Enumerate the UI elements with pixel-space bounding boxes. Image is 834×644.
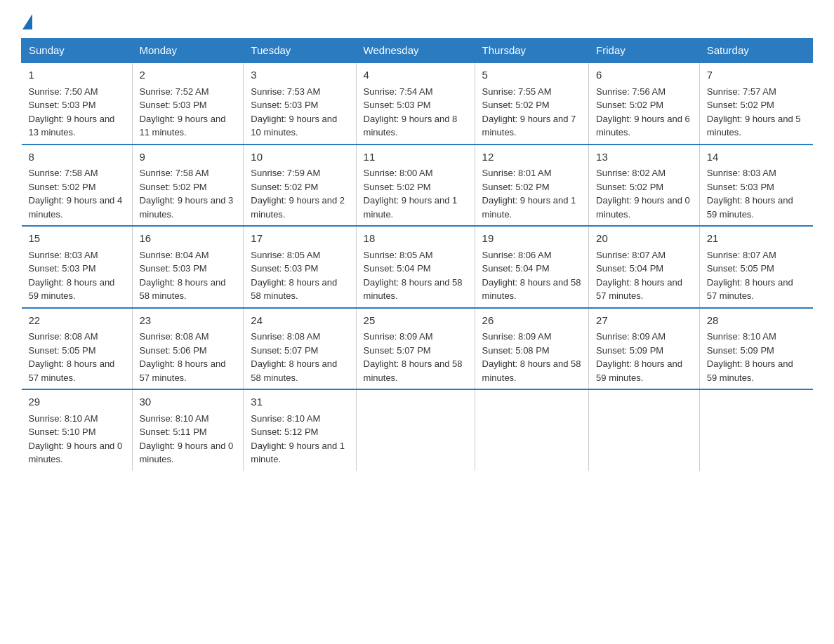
day-number: 21 bbox=[707, 231, 806, 247]
day-cell: 21Sunrise: 8:07 AMSunset: 5:05 PMDayligh… bbox=[699, 226, 812, 308]
day-number: 8 bbox=[29, 149, 125, 166]
week-row-5: 29Sunrise: 8:10 AMSunset: 5:10 PMDayligh… bbox=[22, 389, 813, 471]
week-row-4: 22Sunrise: 8:08 AMSunset: 5:05 PMDayligh… bbox=[22, 308, 813, 390]
day-number: 30 bbox=[140, 394, 237, 410]
day-cell: 13Sunrise: 8:02 AMSunset: 5:02 PMDayligh… bbox=[589, 145, 700, 227]
day-number: 16 bbox=[140, 231, 237, 247]
day-cell: 8Sunrise: 7:58 AMSunset: 5:02 PMDaylight… bbox=[22, 145, 133, 227]
day-number: 22 bbox=[29, 313, 125, 329]
day-cell: 12Sunrise: 8:01 AMSunset: 5:02 PMDayligh… bbox=[475, 145, 588, 227]
day-cell: 25Sunrise: 8:09 AMSunset: 5:07 PMDayligh… bbox=[356, 308, 475, 390]
day-number: 3 bbox=[251, 67, 348, 83]
day-cell: 1Sunrise: 7:50 AMSunset: 5:03 PMDaylight… bbox=[22, 62, 133, 145]
week-row-1: 1Sunrise: 7:50 AMSunset: 5:03 PMDaylight… bbox=[22, 62, 813, 145]
day-cell: 20Sunrise: 8:07 AMSunset: 5:04 PMDayligh… bbox=[589, 226, 700, 308]
day-cell: 14Sunrise: 8:03 AMSunset: 5:03 PMDayligh… bbox=[699, 145, 812, 227]
day-cell: 22Sunrise: 8:08 AMSunset: 5:05 PMDayligh… bbox=[22, 308, 133, 390]
logo bbox=[21, 14, 32, 31]
day-number: 14 bbox=[707, 149, 806, 166]
header-cell-friday: Friday bbox=[589, 39, 700, 63]
day-cell: 29Sunrise: 8:10 AMSunset: 5:10 PMDayligh… bbox=[22, 389, 133, 471]
day-cell bbox=[475, 389, 588, 471]
day-cell: 26Sunrise: 8:09 AMSunset: 5:08 PMDayligh… bbox=[475, 308, 588, 390]
header-cell-thursday: Thursday bbox=[475, 39, 588, 63]
day-number: 10 bbox=[251, 149, 348, 166]
day-number: 28 bbox=[707, 313, 806, 329]
page-header bbox=[21, 14, 813, 31]
day-number: 17 bbox=[251, 231, 348, 247]
day-number: 15 bbox=[29, 231, 125, 247]
calendar-table: SundayMondayTuesdayWednesdayThursdayFrid… bbox=[21, 38, 813, 471]
day-cell: 31Sunrise: 8:10 AMSunset: 5:12 PMDayligh… bbox=[244, 389, 356, 471]
day-number: 1 bbox=[29, 67, 125, 83]
day-number: 26 bbox=[482, 313, 581, 329]
day-cell: 24Sunrise: 8:08 AMSunset: 5:07 PMDayligh… bbox=[244, 308, 356, 390]
day-number: 4 bbox=[364, 67, 468, 83]
day-number: 27 bbox=[596, 313, 692, 329]
day-cell: 3Sunrise: 7:53 AMSunset: 5:03 PMDaylight… bbox=[244, 62, 356, 145]
day-cell: 23Sunrise: 8:08 AMSunset: 5:06 PMDayligh… bbox=[132, 308, 244, 390]
day-cell: 18Sunrise: 8:05 AMSunset: 5:04 PMDayligh… bbox=[356, 226, 475, 308]
header-cell-wednesday: Wednesday bbox=[356, 39, 475, 63]
day-number: 24 bbox=[251, 313, 348, 329]
day-cell: 28Sunrise: 8:10 AMSunset: 5:09 PMDayligh… bbox=[699, 308, 812, 390]
day-cell: 7Sunrise: 7:57 AMSunset: 5:02 PMDaylight… bbox=[699, 62, 812, 145]
calendar-header: SundayMondayTuesdayWednesdayThursdayFrid… bbox=[22, 39, 813, 63]
day-number: 31 bbox=[251, 394, 348, 410]
day-cell: 19Sunrise: 8:06 AMSunset: 5:04 PMDayligh… bbox=[475, 226, 588, 308]
day-number: 12 bbox=[482, 149, 581, 166]
header-row: SundayMondayTuesdayWednesdayThursdayFrid… bbox=[22, 39, 813, 63]
day-cell: 2Sunrise: 7:52 AMSunset: 5:03 PMDaylight… bbox=[132, 62, 244, 145]
day-number: 13 bbox=[596, 149, 692, 166]
calendar-body: 1Sunrise: 7:50 AMSunset: 5:03 PMDaylight… bbox=[22, 62, 813, 471]
day-cell: 30Sunrise: 8:10 AMSunset: 5:11 PMDayligh… bbox=[132, 389, 244, 471]
logo-triangle-icon bbox=[22, 14, 32, 29]
week-row-3: 15Sunrise: 8:03 AMSunset: 5:03 PMDayligh… bbox=[22, 226, 813, 308]
day-cell: 4Sunrise: 7:54 AMSunset: 5:03 PMDaylight… bbox=[356, 62, 475, 145]
day-cell bbox=[699, 389, 812, 471]
day-number: 18 bbox=[364, 231, 468, 247]
day-number: 19 bbox=[482, 231, 581, 247]
header-cell-sunday: Sunday bbox=[22, 39, 133, 63]
day-cell: 6Sunrise: 7:56 AMSunset: 5:02 PMDaylight… bbox=[589, 62, 700, 145]
week-row-2: 8Sunrise: 7:58 AMSunset: 5:02 PMDaylight… bbox=[22, 145, 813, 227]
day-number: 9 bbox=[140, 149, 237, 166]
header-cell-tuesday: Tuesday bbox=[244, 39, 356, 63]
day-cell: 15Sunrise: 8:03 AMSunset: 5:03 PMDayligh… bbox=[22, 226, 133, 308]
day-cell: 27Sunrise: 8:09 AMSunset: 5:09 PMDayligh… bbox=[589, 308, 700, 390]
day-number: 23 bbox=[140, 313, 237, 329]
header-cell-monday: Monday bbox=[132, 39, 244, 63]
day-cell: 10Sunrise: 7:59 AMSunset: 5:02 PMDayligh… bbox=[244, 145, 356, 227]
day-number: 11 bbox=[364, 149, 468, 166]
day-cell bbox=[589, 389, 700, 471]
day-cell: 11Sunrise: 8:00 AMSunset: 5:02 PMDayligh… bbox=[356, 145, 475, 227]
day-cell bbox=[356, 389, 475, 471]
day-number: 25 bbox=[364, 313, 468, 329]
header-cell-saturday: Saturday bbox=[699, 39, 812, 63]
day-number: 6 bbox=[596, 67, 692, 83]
day-number: 29 bbox=[29, 394, 125, 410]
day-cell: 16Sunrise: 8:04 AMSunset: 5:03 PMDayligh… bbox=[132, 226, 244, 308]
day-number: 20 bbox=[596, 231, 692, 247]
day-cell: 17Sunrise: 8:05 AMSunset: 5:03 PMDayligh… bbox=[244, 226, 356, 308]
day-cell: 5Sunrise: 7:55 AMSunset: 5:02 PMDaylight… bbox=[475, 62, 588, 145]
day-cell: 9Sunrise: 7:58 AMSunset: 5:02 PMDaylight… bbox=[132, 145, 244, 227]
day-number: 7 bbox=[707, 67, 806, 83]
day-number: 2 bbox=[140, 67, 237, 83]
day-number: 5 bbox=[482, 67, 581, 83]
